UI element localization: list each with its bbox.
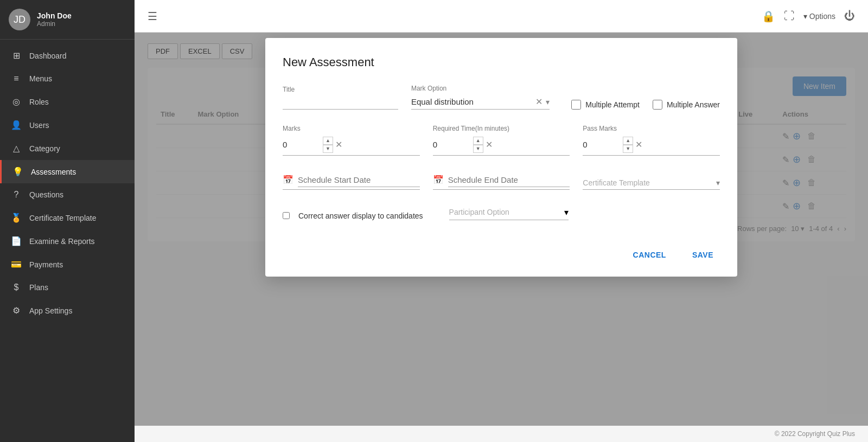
pass-marks-label: Pass Marks bbox=[583, 125, 720, 132]
nav-label-certificate-template: Certificate Template bbox=[29, 214, 96, 222]
cancel-button[interactable]: CANCEL bbox=[627, 246, 673, 264]
marks-input-wrap: ▲ ▼ ✕ bbox=[283, 134, 420, 156]
required-time-spinner: ▲ ▼ bbox=[473, 137, 483, 153]
mark-option-clear-button[interactable]: ✕ bbox=[534, 97, 544, 107]
sidebar-profile: JD John Doe Admin bbox=[0, 0, 135, 40]
topbar-right: 🔒 ⛶ ▾ Options ⏻ bbox=[762, 10, 855, 23]
page-footer: © 2022 Copyright Quiz Plus bbox=[135, 426, 868, 442]
logout-icon[interactable]: ⏻ bbox=[844, 10, 855, 22]
title-input[interactable] bbox=[283, 95, 398, 110]
sidebar-item-payments[interactable]: 💳 Payments bbox=[0, 253, 135, 276]
menu-icon[interactable]: ☰ bbox=[148, 10, 157, 23]
sidebar-item-examine-reports[interactable]: 📄 Examine & Reports bbox=[0, 229, 135, 253]
mark-option-select[interactable]: Equal distribution Manual Weighted bbox=[411, 97, 532, 106]
nav-icon-questions: ? bbox=[11, 190, 22, 200]
multiple-answer-checkbox[interactable] bbox=[653, 100, 662, 110]
marks-label: Marks bbox=[283, 125, 420, 132]
multiple-attempt-checkbox[interactable] bbox=[571, 100, 581, 110]
sidebar-item-questions[interactable]: ? Questions bbox=[0, 183, 135, 206]
options-button[interactable]: ▾ Options bbox=[803, 12, 835, 21]
marks-increment[interactable]: ▲ bbox=[323, 137, 333, 145]
sidebar-nav: ⊞ Dashboard ≡ Menus ◎ Roles 👤 Users △ Ca… bbox=[0, 40, 135, 442]
content-area: PDF EXCEL CSV New Item Title Mark Option… bbox=[135, 33, 868, 426]
sidebar-item-app-settings[interactable]: ⚙ App Settings bbox=[0, 299, 135, 322]
calendar-start-icon: 📅 bbox=[283, 175, 293, 185]
pass-marks-input[interactable] bbox=[583, 138, 621, 151]
save-button[interactable]: SAVE bbox=[686, 246, 720, 264]
participant-dropdown-arrow: ▾ bbox=[564, 207, 569, 217]
marks-spinner: ▲ ▼ bbox=[323, 137, 333, 153]
sidebar-item-plans[interactable]: $ Plans bbox=[0, 276, 135, 299]
required-time-clear-button[interactable]: ✕ bbox=[483, 139, 495, 150]
nav-icon-assessments: 💡 bbox=[12, 166, 23, 177]
title-label: Title bbox=[283, 86, 398, 93]
new-assessment-modal: New Assessment Title Mark Option Equal d… bbox=[265, 38, 737, 277]
pass-marks-increment[interactable]: ▲ bbox=[623, 137, 633, 145]
correct-answer-row: Correct answer display to candidates bbox=[283, 212, 423, 220]
correct-answer-checkbox[interactable] bbox=[283, 212, 290, 219]
sidebar-item-certificate-template[interactable]: 🏅 Certificate Template bbox=[0, 206, 135, 229]
nav-label-category: Category bbox=[29, 144, 60, 153]
footer-text: © 2022 Copyright Quiz Plus bbox=[775, 430, 855, 438]
calendar-end-icon: 📅 bbox=[433, 175, 444, 185]
marks-decrement[interactable]: ▼ bbox=[323, 145, 333, 153]
nav-icon-examine-reports: 📄 bbox=[11, 236, 22, 246]
multiple-answer-checkbox-item: Multiple Answer bbox=[653, 100, 720, 110]
certificate-template-select[interactable]: Certificate Template bbox=[583, 178, 716, 187]
nav-icon-payments: 💳 bbox=[11, 259, 22, 270]
form-row-4: Correct answer display to candidates Par… bbox=[283, 205, 720, 220]
nav-label-users: Users bbox=[29, 121, 49, 130]
nav-icon-users: 👤 bbox=[11, 120, 22, 130]
marks-field: Marks ▲ ▼ ✕ bbox=[283, 125, 420, 156]
checkbox-group: Multiple Attempt Multiple Answer bbox=[571, 100, 720, 110]
nav-label-questions: Questions bbox=[29, 190, 63, 199]
topbar: ☰ 🔒 ⛶ ▾ Options ⏻ bbox=[135, 0, 868, 33]
required-time-input[interactable] bbox=[433, 138, 471, 151]
nav-label-examine-reports: Examine & Reports bbox=[29, 237, 95, 246]
sidebar-item-menus[interactable]: ≡ Menus bbox=[0, 67, 135, 90]
sidebar-item-assessments[interactable]: 💡 Assessments bbox=[0, 160, 135, 183]
pass-marks-clear-button[interactable]: ✕ bbox=[633, 139, 644, 150]
sidebar-item-category[interactable]: △ Category bbox=[0, 137, 135, 160]
required-time-increment[interactable]: ▲ bbox=[473, 137, 483, 145]
marks-input[interactable] bbox=[283, 138, 321, 151]
form-row-1: Title Mark Option Equal distribution Man… bbox=[283, 85, 720, 110]
nav-icon-dashboard: ⊞ bbox=[11, 50, 22, 61]
required-time-decrement[interactable]: ▼ bbox=[473, 145, 483, 153]
nav-label-plans: Plans bbox=[29, 283, 48, 292]
modal-footer: CANCEL SAVE bbox=[283, 238, 720, 264]
nav-icon-app-settings: ⚙ bbox=[11, 305, 22, 316]
nav-icon-plans: $ bbox=[11, 283, 22, 292]
nav-icon-certificate-template: 🏅 bbox=[11, 213, 22, 223]
required-time-input-wrap: ▲ ▼ ✕ bbox=[433, 134, 570, 156]
nav-label-menus: Menus bbox=[29, 74, 52, 83]
multiple-attempt-label: Multiple Attempt bbox=[585, 100, 640, 109]
required-time-label: Required Time(In minutes) bbox=[433, 125, 570, 132]
certificate-dropdown-arrow: ▾ bbox=[716, 178, 720, 187]
sidebar: JD John Doe Admin ⊞ Dashboard ≡ Menus ◎ … bbox=[0, 0, 135, 442]
marks-clear-button[interactable]: ✕ bbox=[333, 139, 344, 150]
schedule-start-input[interactable] bbox=[298, 173, 420, 187]
pass-marks-decrement[interactable]: ▼ bbox=[623, 145, 633, 153]
sidebar-item-roles[interactable]: ◎ Roles bbox=[0, 90, 135, 113]
correct-answer-label: Correct answer display to candidates bbox=[298, 212, 423, 220]
nav-icon-roles: ◎ bbox=[11, 97, 22, 107]
sidebar-item-dashboard[interactable]: ⊞ Dashboard bbox=[0, 44, 135, 67]
schedule-end-wrap: 📅 bbox=[433, 171, 570, 190]
lock-icon: 🔒 bbox=[762, 10, 775, 23]
mark-option-field: Mark Option Equal distribution Manual We… bbox=[411, 85, 550, 110]
fullscreen-icon[interactable]: ⛶ bbox=[784, 10, 795, 22]
multiple-answer-label: Multiple Answer bbox=[667, 100, 720, 109]
pass-marks-spinner: ▲ ▼ bbox=[623, 137, 633, 153]
sidebar-item-users[interactable]: 👤 Users bbox=[0, 113, 135, 137]
main-content: ☰ 🔒 ⛶ ▾ Options ⏻ PDF EXCEL CSV New Item bbox=[135, 0, 868, 442]
modal-title: New Assessment bbox=[283, 55, 720, 69]
modal-overlay: New Assessment Title Mark Option Equal d… bbox=[135, 33, 868, 426]
profile-role: Admin bbox=[37, 20, 72, 28]
certificate-template-field: Certificate Template ▾ bbox=[583, 176, 720, 190]
schedule-end-input[interactable] bbox=[448, 173, 570, 187]
schedule-start-wrap: 📅 bbox=[283, 171, 420, 190]
participant-option-select[interactable]: Participant Option All Selected bbox=[449, 208, 564, 216]
mark-option-dropdown-arrow: ▾ bbox=[546, 98, 550, 106]
nav-label-app-settings: App Settings bbox=[29, 306, 72, 315]
